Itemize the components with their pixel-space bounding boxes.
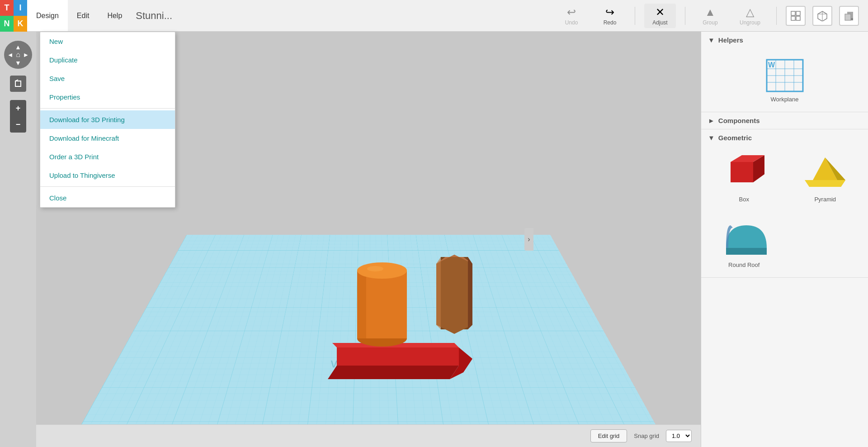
menu-item-properties[interactable]: Properties bbox=[40, 88, 175, 106]
pyramid-label: Pyramid bbox=[814, 196, 836, 203]
nav-arrow-right[interactable]: ► bbox=[22, 51, 30, 59]
workplane-icon: W bbox=[764, 57, 805, 94]
menu-item-upload[interactable]: Upload to Thingiverse bbox=[40, 166, 175, 185]
logo-t: T bbox=[0, 0, 14, 16]
shape-item-roundroof[interactable]: Round Roof bbox=[706, 212, 783, 273]
view-nav-control[interactable]: ▲ ◄ ⌂ ► ▼ bbox=[4, 41, 32, 69]
menu-item-download-mc[interactable]: Download for Minecraft bbox=[40, 129, 175, 147]
svg-rect-0 bbox=[791, 11, 795, 15]
ungroup-label: Ungroup bbox=[740, 19, 760, 26]
group-icon: ▲ bbox=[705, 6, 716, 19]
toolbar-divider-1 bbox=[635, 7, 635, 25]
header: T I N K Design Edit Help Stunni... ↩ Und… bbox=[0, 0, 868, 32]
design-dropdown: New Duplicate Save Properties Download f… bbox=[40, 32, 175, 208]
group-button[interactable]: ▲ Group bbox=[694, 4, 726, 28]
svg-marker-36 bbox=[731, 162, 753, 182]
nav-design[interactable]: Design bbox=[27, 0, 68, 31]
logo: T I N K bbox=[0, 0, 27, 32]
shape-item-box[interactable]: Box bbox=[706, 151, 783, 207]
roundroof-label: Round Roof bbox=[728, 262, 760, 268]
components-arrow: ► bbox=[708, 117, 715, 124]
shape-item-pyramid[interactable]: Pyramid bbox=[787, 151, 864, 207]
dropdown-divider-1 bbox=[40, 108, 175, 109]
ungroup-icon: △ bbox=[746, 6, 754, 19]
svg-rect-20 bbox=[357, 271, 366, 338]
nav-arrow-home[interactable]: ⌂ bbox=[14, 51, 22, 59]
svg-rect-9 bbox=[845, 14, 851, 20]
helpers-section: ▼ Helpers W bbox=[701, 32, 868, 112]
svg-rect-3 bbox=[796, 16, 800, 20]
menu-item-duplicate[interactable]: Duplicate bbox=[40, 51, 175, 69]
svg-marker-27 bbox=[436, 257, 441, 329]
svg-point-22 bbox=[367, 266, 383, 271]
geometric-section: ▼ Geometric Box bbox=[701, 129, 868, 278]
zoom-out-button[interactable]: − bbox=[10, 116, 26, 133]
nav-edit[interactable]: Edit bbox=[68, 0, 99, 31]
home-icon bbox=[14, 79, 23, 88]
view-reset-button[interactable] bbox=[10, 76, 26, 92]
geometric-section-header[interactable]: ▼ Geometric bbox=[701, 129, 868, 146]
adjust-icon: ✕ bbox=[656, 6, 665, 19]
undo-button[interactable]: ↩ Undo bbox=[556, 4, 587, 28]
toolbar-divider-3 bbox=[776, 7, 777, 25]
nav-help[interactable]: Help bbox=[98, 0, 131, 31]
block-view-icon bbox=[844, 10, 854, 21]
svg-marker-26 bbox=[468, 257, 472, 329]
snap-grid-label: Snap grid bbox=[634, 433, 659, 439]
toolbar-divider-2 bbox=[685, 7, 685, 25]
grid-view-icon bbox=[790, 10, 801, 21]
view-block-button[interactable] bbox=[839, 6, 859, 26]
group-label: Group bbox=[703, 19, 717, 26]
svg-rect-1 bbox=[796, 11, 800, 15]
box-icon bbox=[722, 155, 767, 194]
workplane-helper-label: Workplane bbox=[771, 96, 799, 103]
helpers-section-header[interactable]: ▼ Helpers bbox=[701, 32, 868, 48]
logo-i: I bbox=[14, 0, 27, 16]
menu-item-close[interactable]: Close bbox=[40, 189, 175, 207]
ungroup-button[interactable]: △ Ungroup bbox=[733, 4, 767, 28]
adjust-label: Adjust bbox=[652, 19, 667, 26]
dropdown-divider-2 bbox=[40, 186, 175, 187]
nav-menu: Design Edit Help bbox=[27, 0, 131, 31]
undo-label: Undo bbox=[565, 19, 578, 26]
zoom-controls: + − bbox=[10, 100, 26, 133]
svg-rect-42 bbox=[726, 248, 767, 255]
svg-marker-41 bbox=[805, 180, 845, 187]
zoom-in-button[interactable]: + bbox=[10, 100, 26, 116]
snap-grid-select[interactable]: 1.0 0.5 2.0 bbox=[666, 430, 692, 442]
view-grid-button[interactable] bbox=[786, 6, 806, 26]
svg-rect-2 bbox=[791, 16, 795, 20]
roundroof-icon bbox=[722, 216, 767, 259]
nav-arrow-down[interactable]: ▼ bbox=[14, 59, 22, 67]
redo-icon: ↪ bbox=[605, 6, 614, 19]
redo-button[interactable]: ↪ Redo bbox=[594, 4, 626, 28]
workplane-helper-item[interactable]: W Workplane bbox=[706, 53, 863, 107]
adjust-button[interactable]: ✕ Adjust bbox=[644, 4, 676, 28]
menu-item-order-3d[interactable]: Order a 3D Print bbox=[40, 147, 175, 166]
cylinder bbox=[355, 243, 409, 352]
nav-arrow-left[interactable]: ◄ bbox=[6, 51, 14, 59]
helpers-arrow: ▼ bbox=[708, 36, 715, 44]
collapse-panel-button[interactable]: › bbox=[524, 228, 533, 251]
pyramid-icon bbox=[802, 155, 848, 194]
svg-point-21 bbox=[357, 262, 407, 279]
menu-item-download-3d[interactable]: Download for 3D Printing bbox=[40, 110, 175, 129]
view-3d-button[interactable] bbox=[812, 6, 832, 26]
nav-arrow-nw bbox=[6, 43, 14, 51]
svg-text:W: W bbox=[768, 61, 775, 69]
redo-label: Redo bbox=[604, 19, 617, 26]
logo-k: K bbox=[14, 16, 27, 32]
menu-item-new[interactable]: New bbox=[40, 32, 175, 51]
undo-icon: ↩ bbox=[567, 6, 576, 19]
project-title: Stunni... bbox=[136, 10, 172, 22]
components-section: ► Components bbox=[701, 112, 868, 129]
components-section-header[interactable]: ► Components bbox=[701, 112, 868, 129]
geometric-arrow: ▼ bbox=[708, 134, 715, 142]
shapes-grid: Box Pyramid bbox=[701, 146, 868, 277]
box-label: Box bbox=[739, 196, 749, 203]
edit-grid-button[interactable]: Edit grid bbox=[590, 429, 627, 442]
menu-item-save[interactable]: Save bbox=[40, 69, 175, 88]
nav-arrow-up[interactable]: ▲ bbox=[14, 43, 22, 51]
nav-arrow-sw bbox=[6, 59, 14, 67]
components-label: Components bbox=[718, 117, 760, 124]
